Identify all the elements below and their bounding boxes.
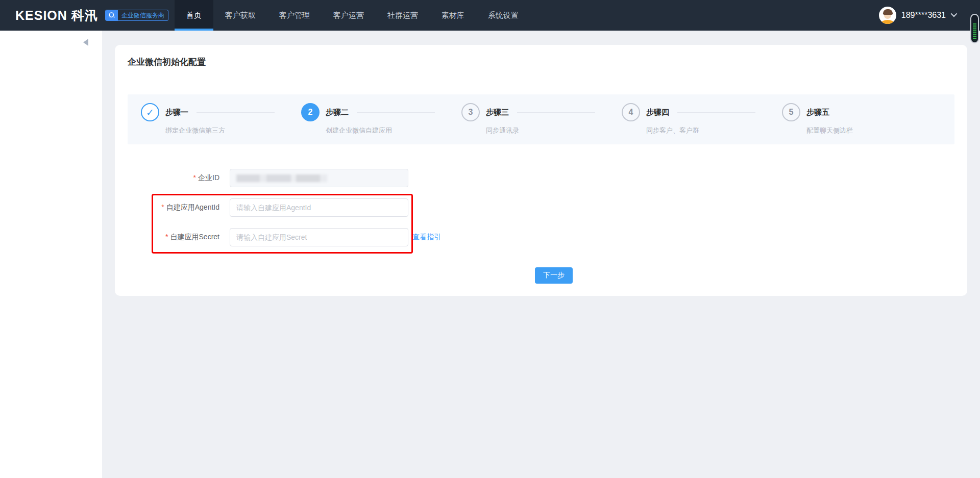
nav-item-customer-acquisition[interactable]: 客户获取 [213,0,267,31]
nav-item-customer-operation[interactable]: 客户运营 [322,0,376,31]
avatar [879,7,896,24]
scroll-indicator-stripes [973,23,976,40]
secret-row: *自建应用Secret 查看指引 [115,228,967,246]
user-phone: 189****3631 [901,11,946,20]
nav-item-customer-management[interactable]: 客户管理 [267,0,322,31]
step-connector [357,112,435,113]
config-card: 企业微信初始化配置 ✓ 步骤一 绑定企业微信第三方 2 步骤二 创建企业微信自建… [115,45,967,296]
app-logo: KESION 科汛 [15,7,98,24]
step-3-subtitle: 同步通讯录 [486,126,608,135]
service-provider-badge: 企业微信服务商 [105,10,168,21]
chevron-down-icon [951,10,958,17]
required-star: * [161,203,164,211]
chat-bubble-icon [106,10,118,20]
page-title: 企业微信初始化配置 [128,56,206,68]
check-icon: ✓ [141,103,159,121]
required-star: * [193,173,196,182]
step-1-subtitle: 绑定企业微信第三方 [165,126,288,135]
nav-item-home[interactable]: 首页 [175,0,213,31]
secret-input[interactable] [230,228,408,246]
next-step-button[interactable]: 下一步 [535,267,573,284]
config-form: *企业ID *自建应用AgentId *自建应用Secret 查看指引 [115,169,967,258]
main-nav: 首页 客户获取 客户管理 客户运营 社群运营 素材库 系统设置 [175,0,530,31]
step-4-number: 4 [622,103,640,121]
top-navbar: KESION 科汛 企业微信服务商 首页 客户获取 客户管理 客户运营 社群运营… [0,0,980,31]
user-account-menu[interactable]: 189****3631 [879,7,955,24]
redacted-value [236,174,327,182]
step-3-number: 3 [461,103,480,121]
step-wizard: ✓ 步骤一 绑定企业微信第三方 2 步骤二 创建企业微信自建应用 3 步骤三 [128,94,954,144]
step-3: 3 步骤三 同步通讯录 [448,94,608,144]
step-4: 4 步骤四 同步客户、客户群 [608,94,769,144]
required-star: * [165,233,168,241]
step-connector [517,112,595,113]
agent-id-input[interactable] [230,198,408,217]
step-2-number: 2 [301,103,320,121]
main-content: 企业微信初始化配置 ✓ 步骤一 绑定企业微信第三方 2 步骤二 创建企业微信自建… [102,31,980,478]
step-5-subtitle: 配置聊天侧边栏 [806,126,954,135]
step-1: ✓ 步骤一 绑定企业微信第三方 [128,94,288,144]
step-1-title: 步骤一 [165,108,188,117]
view-guide-link[interactable]: 查看指引 [412,233,441,242]
collapse-sidebar-icon[interactable] [83,39,88,46]
step-5-number: 5 [782,103,800,121]
step-5: 5 步骤五 配置聊天侧边栏 [769,94,954,144]
corp-id-field [230,169,408,187]
agent-id-row: *自建应用AgentId [115,198,967,217]
step-2-subtitle: 创建企业微信自建应用 [326,126,448,135]
step-2: 2 步骤二 创建企业微信自建应用 [288,94,448,144]
step-2-title: 步骤二 [326,108,349,117]
step-connector [197,112,275,113]
scroll-indicator[interactable] [970,14,979,43]
secret-label: *自建应用Secret [115,233,219,242]
step-3-title: 步骤三 [486,108,509,117]
step-5-title: 步骤五 [806,108,829,117]
nav-item-system-settings[interactable]: 系统设置 [476,0,530,31]
corp-id-label: *企业ID [115,173,219,183]
nav-item-community-operation[interactable]: 社群运营 [376,0,430,31]
step-4-subtitle: 同步客户、客户群 [646,126,769,135]
step-connector [677,112,755,113]
nav-item-material-library[interactable]: 素材库 [430,0,476,31]
badge-label: 企业微信服务商 [118,10,168,20]
step-4-title: 步骤四 [646,108,669,117]
corp-id-row: *企业ID [115,169,967,187]
left-sidebar [0,31,102,478]
agent-id-label: *自建应用AgentId [115,203,219,212]
